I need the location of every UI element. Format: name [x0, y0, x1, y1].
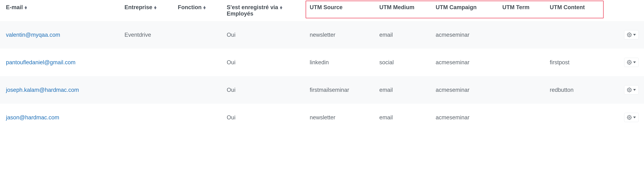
col-header-label: S'est enregistré via — [227, 4, 278, 10]
svg-marker-1 — [24, 8, 27, 10]
cell-utm-campaign: acmeseminar — [430, 76, 496, 104]
col-header-fonction[interactable]: Fonction — [172, 0, 221, 21]
cell-utm-source: firstmailseminar — [304, 76, 374, 104]
cell-utm-medium: social — [374, 48, 430, 76]
cell-email: pantoufledaniel@gmail.com — [0, 48, 118, 76]
col-header-email[interactable]: E-mail — [0, 0, 118, 21]
table-row: valentin@myqaa.com Eventdrive Oui newsle… — [0, 21, 644, 48]
cell-utm-content: redbutton — [544, 76, 606, 104]
svg-marker-15 — [633, 116, 636, 118]
gear-icon — [627, 88, 632, 92]
cell-fonction — [172, 104, 221, 131]
cell-registered: Oui — [221, 48, 304, 76]
svg-point-14 — [629, 117, 630, 118]
cell-fonction — [172, 76, 221, 104]
cell-actions — [606, 76, 644, 104]
cell-actions — [606, 104, 644, 131]
email-link[interactable]: valentin@myqaa.com — [6, 32, 60, 38]
col-header-label: UTM Content — [550, 4, 585, 10]
page-root: E-mail Entreprise — [0, 0, 644, 131]
table-row: jason@hardmac.com Oui newsletter email a… — [0, 104, 644, 131]
cell-actions — [606, 21, 644, 48]
col-header-utm-campaign: UTM Campaign — [430, 0, 496, 21]
col-header-label: UTM Source — [310, 4, 342, 10]
email-link[interactable]: jason@hardmac.com — [6, 114, 59, 120]
cell-registered: Oui — [221, 104, 304, 131]
svg-marker-11 — [633, 62, 636, 63]
cell-actions — [606, 48, 644, 76]
cell-fonction — [172, 21, 221, 48]
email-link[interactable]: pantoufledaniel@gmail.com — [6, 59, 76, 66]
gear-icon — [627, 60, 632, 65]
gear-icon — [627, 32, 632, 37]
cell-utm-content — [544, 104, 606, 131]
svg-marker-4 — [203, 6, 206, 8]
svg-marker-2 — [154, 6, 156, 8]
col-header-utm-source: UTM Source — [304, 0, 374, 21]
table-row: pantoufledaniel@gmail.com Oui linkedin s… — [0, 48, 644, 76]
cell-utm-source: newsletter — [304, 21, 374, 48]
cell-utm-content — [544, 21, 606, 48]
svg-marker-5 — [203, 8, 206, 10]
cell-utm-term — [496, 48, 544, 76]
col-header-utm-content: UTM Content — [544, 0, 606, 21]
cell-email: jason@hardmac.com — [0, 104, 118, 131]
col-header-label: UTM Medium — [379, 4, 414, 10]
contacts-table: E-mail Entreprise — [0, 0, 644, 131]
cell-utm-content: firstpost — [544, 48, 606, 76]
caret-down-icon — [633, 89, 636, 91]
caret-down-icon — [633, 34, 636, 36]
row-actions-button[interactable] — [624, 113, 639, 122]
col-header-label: E-mail — [6, 4, 23, 10]
svg-point-10 — [629, 62, 630, 63]
row-actions-button[interactable] — [624, 85, 639, 94]
col-header-label: Fonction — [178, 4, 202, 10]
svg-marker-3 — [154, 8, 156, 10]
col-header-label: Entreprise — [124, 4, 152, 10]
sort-icon — [154, 6, 157, 10]
cell-utm-campaign: acmeseminar — [430, 48, 496, 76]
cell-email: valentin@myqaa.com — [0, 21, 118, 48]
col-header-registered-via[interactable]: S'est enregistré via Employés — [221, 0, 304, 21]
col-header-label-sub: Employés — [227, 10, 278, 17]
cell-utm-campaign: acmeseminar — [430, 104, 496, 131]
cell-utm-medium: email — [374, 76, 430, 104]
sort-icon — [24, 6, 27, 10]
cell-entreprise — [118, 48, 172, 76]
col-header-entreprise[interactable]: Entreprise — [118, 0, 172, 21]
cell-utm-medium: email — [374, 104, 430, 131]
svg-marker-7 — [280, 8, 282, 10]
row-actions-button[interactable] — [624, 58, 639, 67]
col-header-label: UTM Campaign — [436, 4, 477, 10]
svg-point-8 — [629, 34, 630, 36]
svg-marker-6 — [280, 6, 282, 8]
svg-marker-13 — [633, 89, 636, 91]
cell-utm-term — [496, 104, 544, 131]
cell-utm-term — [496, 21, 544, 48]
cell-utm-source: newsletter — [304, 104, 374, 131]
gear-icon — [627, 115, 632, 120]
caret-down-icon — [633, 62, 636, 63]
cell-registered: Oui — [221, 76, 304, 104]
caret-down-icon — [633, 116, 636, 118]
svg-point-12 — [629, 89, 630, 90]
cell-email: joseph.kalam@hardmac.com — [0, 76, 118, 104]
row-actions-button[interactable] — [624, 30, 639, 40]
svg-marker-0 — [24, 6, 27, 8]
sort-icon — [280, 6, 282, 10]
cell-fonction — [172, 48, 221, 76]
cell-entreprise — [118, 76, 172, 104]
table-row: joseph.kalam@hardmac.com Oui firstmailse… — [0, 76, 644, 104]
svg-marker-9 — [633, 34, 636, 36]
col-header-actions — [606, 0, 644, 21]
table-header-row: E-mail Entreprise — [0, 0, 644, 21]
cell-entreprise: Eventdrive — [118, 21, 172, 48]
cell-utm-campaign: acmeseminar — [430, 21, 496, 48]
cell-utm-medium: email — [374, 21, 430, 48]
col-header-label: UTM Term — [502, 4, 530, 10]
email-link[interactable]: joseph.kalam@hardmac.com — [6, 87, 79, 93]
cell-entreprise — [118, 104, 172, 131]
cell-utm-source: linkedin — [304, 48, 374, 76]
cell-utm-term — [496, 76, 544, 104]
col-header-utm-medium: UTM Medium — [374, 0, 430, 21]
